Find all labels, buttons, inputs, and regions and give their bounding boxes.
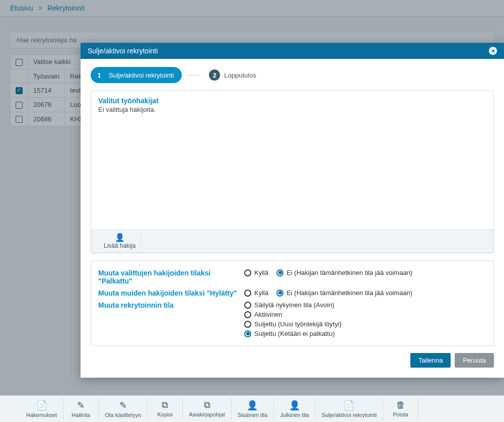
add-user-icon: 👤 [104, 233, 135, 242]
internal-icon: 👤 [238, 400, 267, 411]
edit-icon: ✎ [69, 400, 92, 411]
process-icon: ✎ [105, 400, 141, 411]
tool-sisainen-tila[interactable]: 👤 Sisäinen tila [232, 398, 274, 420]
applicants-panel: Valitut työnhakijat Ei valittuja hakijoi… [91, 90, 494, 253]
close-activate-icon: 📄 [322, 400, 377, 411]
radio-status-closed-found[interactable]: Suljettu (Uusi työntekijä löytyi) [244, 320, 341, 328]
radio-hired-yes[interactable]: Kyllä [244, 269, 268, 276]
tool-poista[interactable]: 🗑 Poista [383, 398, 418, 420]
step-number: 1 [94, 69, 105, 81]
applicants-heading: Valitut työnhakijat [98, 97, 486, 105]
tool-julkinen-tila[interactable]: 👤 Julkinen tila [274, 398, 315, 420]
step-connector [187, 75, 201, 76]
radio-status-active[interactable]: Aktiivinen [244, 311, 341, 318]
copy-icon: ⧉ [154, 400, 176, 410]
tool-asiakirjapohjat[interactable]: ⧉ Asiakirjapohjat [183, 398, 232, 420]
add-applicant-label: Lisää hakija [104, 242, 135, 249]
radio-icon [276, 290, 283, 297]
cancel-button[interactable]: Peruuta [455, 353, 494, 368]
step-label: Sulje/aktivoi rekrytointi [109, 72, 174, 79]
form-label-hired: Muuta valittujen hakijoiden tilaksi "Pal… [98, 269, 244, 285]
step-number: 2 [209, 69, 220, 81]
tool-hakemukset[interactable]: 📄 Hakemukset [20, 398, 63, 420]
radio-icon [244, 311, 251, 318]
form-label-status: Muuta rekrytoinnin tila [98, 301, 244, 309]
save-button[interactable]: Tallenna [410, 353, 451, 368]
wizard-step-2[interactable]: 2 Lopputulos [206, 67, 264, 83]
radio-icon [244, 290, 251, 297]
modal-title: Sulje/aktivoi rekrytointi [88, 47, 158, 55]
public-icon: 👤 [280, 400, 309, 411]
delete-icon: 🗑 [389, 400, 412, 410]
step-label: Lopputulos [224, 72, 256, 79]
radio-hired-no[interactable]: Ei (Hakijan tämänhetkinen tila jää voima… [276, 269, 412, 276]
bottom-toolbar: 📄 Hakemukset ✎ Hallinta ✎ Ota käsittelyy… [0, 395, 504, 422]
radio-icon [244, 269, 251, 276]
form-label-rejected: Muuta muiden hakijoiden tilaksi "Hylätty… [98, 289, 244, 297]
radio-status-keep[interactable]: Säilytä nykyinen tila (Avoin) [244, 301, 341, 309]
tool-ota-kasittelyyn[interactable]: ✎ Ota käsittelyyn [99, 398, 148, 420]
form-section: Muuta valittujen hakijoiden tilaksi "Pal… [91, 260, 494, 346]
radio-rejected-no[interactable]: Ei (Hakijan tämänhetkinen tila jää voima… [276, 289, 412, 297]
tool-kopioi[interactable]: ⧉ Kopioi [148, 398, 183, 420]
radio-status-closed-none[interactable]: Suljettu (Ketään ei palkattu) [244, 330, 341, 337]
tool-sulje-aktivoi[interactable]: 📄 Sulje/aktivoi rekrytointi [316, 398, 383, 420]
radio-icon [244, 302, 251, 309]
radio-icon [244, 330, 251, 337]
close-icon[interactable]: ✕ [489, 47, 497, 55]
close-activate-modal: Sulje/aktivoi rekrytointi ✕ 1 Sulje/akti… [81, 43, 504, 378]
wizard-steps: 1 Sulje/aktivoi rekrytointi 2 Lopputulos [91, 67, 494, 83]
radio-icon [276, 269, 283, 276]
radio-rejected-yes[interactable]: Kyllä [244, 289, 268, 297]
templates-icon: ⧉ [189, 400, 225, 410]
wizard-step-1[interactable]: 1 Sulje/aktivoi rekrytointi [91, 67, 182, 83]
document-icon: 📄 [26, 400, 57, 411]
applicants-empty-text: Ei valittuja hakijoita. [98, 106, 486, 113]
add-applicant-button[interactable]: 👤 Lisää hakija [99, 233, 141, 249]
radio-icon [244, 321, 251, 328]
tool-hallinta[interactable]: ✎ Hallinta [63, 398, 99, 420]
